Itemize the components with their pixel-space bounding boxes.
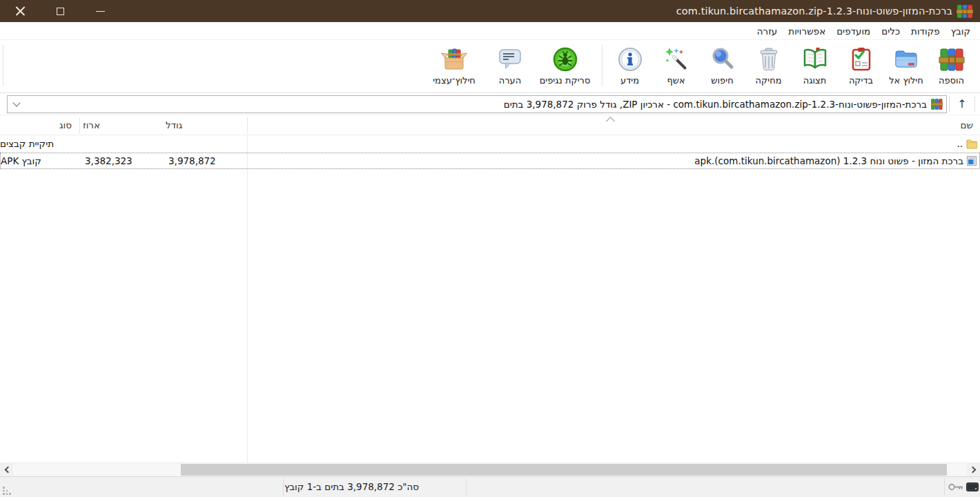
key-icon[interactable] (948, 483, 963, 494)
menubar: קובץ פקודות כלים מועדפים אפשרויות עזרה (0, 22, 980, 40)
column-divider[interactable] (247, 117, 248, 133)
file-rows: .. תיקיית קבצים ברכת המז (0, 136, 980, 169)
menu-tools[interactable]: כלים (876, 23, 905, 39)
find-magnifier-icon (709, 45, 736, 72)
statusbar: סה"כ 3,978,872 בתים ב-1 קובץ (0, 476, 980, 497)
view-label: תצוגה (803, 75, 827, 86)
chevron-right-icon (969, 467, 976, 474)
file-packed: 3,382,323 (85, 153, 133, 168)
virus-scan-button[interactable]: סריקת נגיפים (532, 43, 598, 86)
wizard-label: אשף (667, 75, 685, 86)
sfx-button[interactable]: חילוץ־עצמי (420, 43, 488, 86)
winrar-window: ברכת-המזון-פשוט-ונוח-1.2.3-com.tikun.bir… (0, 0, 980, 497)
wizard-wand-icon (663, 45, 689, 72)
status-panel-divider (466, 478, 467, 496)
address-grip (974, 97, 975, 112)
info-label: מידע (620, 75, 639, 86)
apk-file-icon (967, 156, 977, 166)
extract-to-folder-icon (893, 45, 919, 72)
column-header-type[interactable]: סוג (59, 119, 72, 130)
toolbar-grip (3, 46, 3, 86)
add-label: הוספה (939, 75, 964, 86)
menu-file[interactable]: קובץ (945, 23, 976, 39)
up-arrow-icon: ↑ (957, 97, 966, 110)
menu-options[interactable]: אפשרויות (783, 23, 831, 39)
up-one-level-button[interactable]: ↑ (952, 95, 972, 113)
horizontal-scrollbar[interactable] (0, 462, 980, 476)
status-total-text: סה"כ 3,978,872 בתים ב-1 קובץ (284, 481, 419, 492)
status-panel-divider (944, 478, 945, 496)
info-icon (617, 45, 643, 72)
virus-scan-icon (552, 45, 578, 72)
toolbar-separator (602, 45, 602, 86)
test-button[interactable]: בדיקה (838, 43, 884, 86)
scroll-right-button[interactable] (967, 463, 980, 476)
archive-mini-icon (931, 99, 943, 110)
delete-label: מחיקה (756, 75, 782, 86)
disk-icon (966, 483, 979, 494)
find-button[interactable]: חיפוש (699, 43, 745, 86)
sfx-box-icon (441, 45, 467, 72)
menu-favorites[interactable]: מועדפים (831, 23, 876, 39)
view-book-icon (802, 45, 828, 72)
menu-commands[interactable]: פקודות (905, 23, 945, 39)
comment-button[interactable]: הערה (488, 43, 532, 86)
test-clipboard-icon (848, 45, 874, 72)
chevron-left-icon (4, 467, 11, 474)
file-name: .. (957, 136, 963, 151)
maximize-icon (57, 8, 64, 15)
list-header: שם גודל ארוז סוג (0, 115, 980, 135)
column-header-size[interactable]: גודל (166, 119, 182, 130)
delete-trash-icon (756, 45, 782, 72)
column-header-name[interactable]: שם (960, 119, 973, 130)
file-type: תיקיית קבצים (0, 136, 54, 151)
extract-to-label: חילוץ אל (889, 75, 923, 86)
sort-ascending-icon (606, 117, 615, 126)
close-button[interactable] (0, 0, 40, 22)
file-list: שם גודל ארוז סוג .. (0, 115, 980, 462)
add-archive-icon (939, 45, 965, 72)
combo-dropdown-button[interactable] (14, 100, 19, 108)
titlebar: ברכת-המזון-פשוט-ונוח-1.2.3-com.tikun.bir… (0, 0, 980, 22)
find-label: חיפוש (711, 75, 733, 86)
virus-scan-label: סריקת נגיפים (540, 75, 591, 86)
menu-help[interactable]: עזרה (752, 23, 783, 39)
scroll-left-button[interactable] (0, 463, 13, 476)
info-button[interactable]: מידע (607, 43, 653, 86)
winrar-archive-icon (957, 4, 973, 19)
wizard-button[interactable]: אשף (653, 43, 699, 86)
add-button[interactable]: הוספה (928, 43, 974, 86)
comment-bubble-icon (497, 45, 523, 72)
sfx-label: חילוץ־עצמי (433, 75, 476, 86)
table-row-apk-file[interactable]: ברכת המזון - פשוט ונוח 1.2.3 (com.tikun.… (0, 153, 980, 169)
file-name: ברכת המזון - פשוט ונוח 1.2.3 (com.tikun.… (694, 153, 963, 168)
minimize-icon (96, 11, 105, 12)
file-type: קובץ APK (1, 153, 41, 168)
test-label: בדיקה (849, 75, 873, 86)
view-button[interactable]: תצוגה (792, 43, 838, 86)
address-combobox[interactable]: ברכת-המזון-פשוט-ונוח-1.2.3-com.tikun.bir… (7, 95, 947, 113)
extract-to-button[interactable]: חילוץ אל (884, 43, 928, 86)
address-row: ↑ ברכת-המזון-פשוט-ונוח-1.2.3-com.tikun.b… (0, 93, 980, 115)
name-column-gridline (247, 135, 248, 462)
close-icon (15, 6, 26, 17)
column-header-packed[interactable]: ארוז (83, 119, 100, 130)
delete-button[interactable]: מחיקה (745, 43, 792, 86)
resize-grip[interactable] (1, 485, 12, 496)
folder-up-icon (966, 139, 977, 149)
window-title: ברכת-המזון-פשוט-ונוח-1.2.3-com.tikun.bir… (676, 6, 952, 17)
file-size: 3,978,872 (168, 153, 216, 168)
maximize-button[interactable] (40, 0, 80, 22)
minimize-button[interactable] (80, 0, 120, 22)
column-divider[interactable] (79, 117, 80, 133)
status-panel-divider (283, 478, 284, 496)
table-row-parent-dir[interactable]: .. תיקיית קבצים (0, 136, 980, 153)
scrollbar-thumb[interactable] (181, 464, 947, 476)
address-grip (949, 97, 950, 112)
comment-label: הערה (499, 75, 521, 86)
chevron-down-icon (12, 99, 20, 106)
toolbar: הוספה חילוץ אל (0, 40, 980, 93)
address-text: ברכת-המזון-פשוט-ונוח-1.2.3-com.tikun.bir… (19, 99, 927, 110)
